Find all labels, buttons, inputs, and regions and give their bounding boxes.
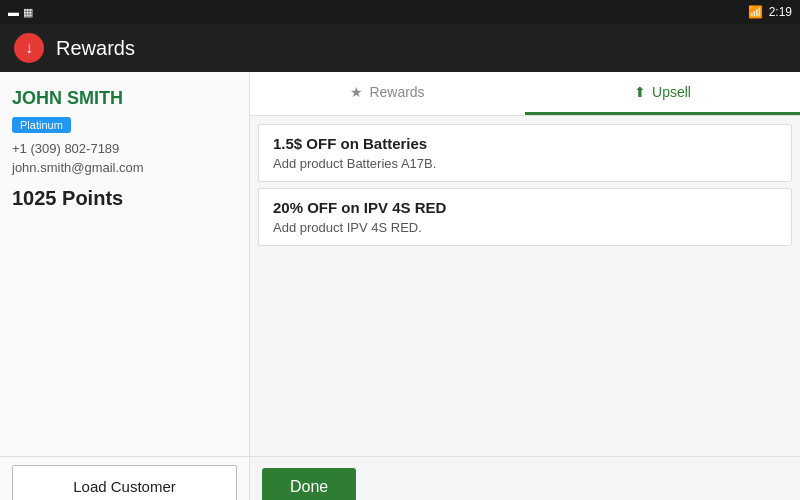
- tabs-bar: ★ Rewards ⬆ Upsell: [250, 72, 800, 116]
- status-right-icons: 📶 2:19: [748, 5, 792, 19]
- upsell-icon: ⬆: [634, 84, 646, 100]
- app-title: Rewards: [56, 37, 135, 60]
- grid-icon: ▦: [23, 6, 33, 19]
- upsell-title-1: 1.5$ OFF on Batteries: [273, 135, 777, 152]
- left-action-area: Load Customer: [0, 457, 250, 500]
- wifi-icon: 📶: [748, 5, 763, 19]
- customer-phone: +1 (309) 802-7189: [12, 141, 237, 156]
- time-display: 2:19: [769, 5, 792, 19]
- app-icon-symbol: ↓: [25, 39, 33, 57]
- window-icon: ▬: [8, 6, 19, 18]
- app-icon: ↓: [14, 33, 44, 63]
- upsell-title-2: 20% OFF on IPV 4S RED: [273, 199, 777, 216]
- star-icon: ★: [350, 84, 363, 100]
- right-panel: ★ Rewards ⬆ Upsell 1.5$ OFF on Batteries…: [250, 72, 800, 456]
- load-customer-button[interactable]: Load Customer: [12, 465, 237, 501]
- main-content: JOHN SMITH Platinum +1 (309) 802-7189 jo…: [0, 72, 800, 456]
- status-left-icons: ▬ ▦: [8, 6, 33, 19]
- upsell-list: 1.5$ OFF on Batteries Add product Batter…: [250, 116, 800, 254]
- tab-upsell[interactable]: ⬆ Upsell: [525, 72, 800, 115]
- customer-name: JOHN SMITH: [12, 88, 237, 109]
- tab-upsell-label: Upsell: [652, 84, 691, 100]
- customer-info: JOHN SMITH Platinum +1 (309) 802-7189 jo…: [12, 88, 237, 210]
- bottom-actions: Load Customer Done: [0, 456, 800, 500]
- tab-rewards-label: Rewards: [369, 84, 424, 100]
- left-panel: JOHN SMITH Platinum +1 (309) 802-7189 jo…: [0, 72, 250, 456]
- title-bar: ↓ Rewards: [0, 24, 800, 72]
- upsell-card-2[interactable]: 20% OFF on IPV 4S RED Add product IPV 4S…: [258, 188, 792, 246]
- tier-badge: Platinum: [12, 117, 71, 133]
- customer-email: john.smith@gmail.com: [12, 160, 237, 175]
- done-button[interactable]: Done: [262, 468, 356, 501]
- status-bar: ▬ ▦ 📶 2:19: [0, 0, 800, 24]
- upsell-desc-2: Add product IPV 4S RED.: [273, 220, 777, 235]
- tab-rewards[interactable]: ★ Rewards: [250, 72, 525, 115]
- upsell-card-1[interactable]: 1.5$ OFF on Batteries Add product Batter…: [258, 124, 792, 182]
- customer-points: 1025 Points: [12, 187, 237, 210]
- upsell-desc-1: Add product Batteries A17B.: [273, 156, 777, 171]
- right-action-area: Done: [250, 457, 800, 500]
